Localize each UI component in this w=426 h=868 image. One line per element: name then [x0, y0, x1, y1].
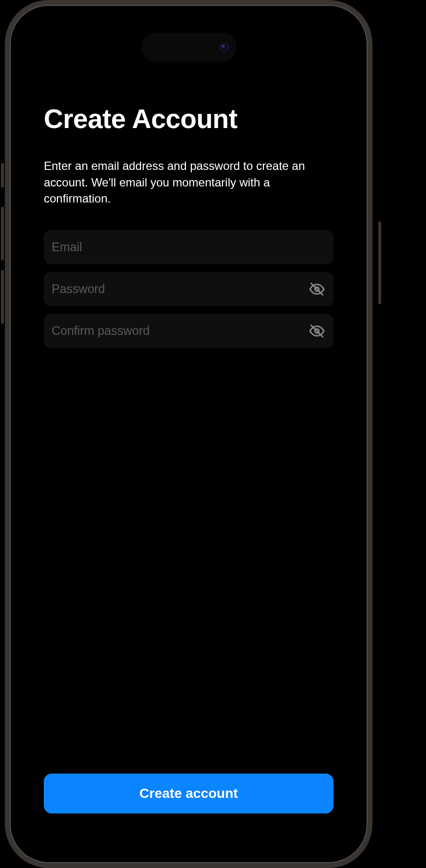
email-field-wrapper: [44, 230, 333, 264]
toggle-password-visibility-button[interactable]: [308, 280, 326, 298]
email-field[interactable]: [52, 240, 326, 254]
form-fields: [44, 230, 333, 348]
eye-slash-icon: [309, 281, 325, 297]
confirm-password-field-wrapper: [44, 314, 333, 348]
volume-up-button: [1, 207, 4, 260]
eye-slash-icon: [309, 323, 325, 339]
power-button: [378, 222, 381, 304]
create-account-button[interactable]: Create account: [44, 774, 333, 813]
phone-frame-inner: Create Account Enter an email address an…: [10, 5, 368, 863]
page-subtitle: Enter an email address and password to c…: [44, 158, 333, 207]
screen-content: Create Account Enter an email address an…: [25, 20, 352, 848]
phone-frame: Create Account Enter an email address an…: [5, 0, 372, 868]
password-field-wrapper: [44, 272, 333, 306]
spacer: [44, 348, 333, 774]
toggle-confirm-password-visibility-button[interactable]: [308, 322, 326, 340]
volume-down-button: [1, 270, 4, 324]
confirm-password-field[interactable]: [52, 324, 308, 338]
password-field[interactable]: [52, 282, 308, 296]
silence-switch: [1, 163, 4, 187]
page-title: Create Account: [44, 103, 333, 134]
